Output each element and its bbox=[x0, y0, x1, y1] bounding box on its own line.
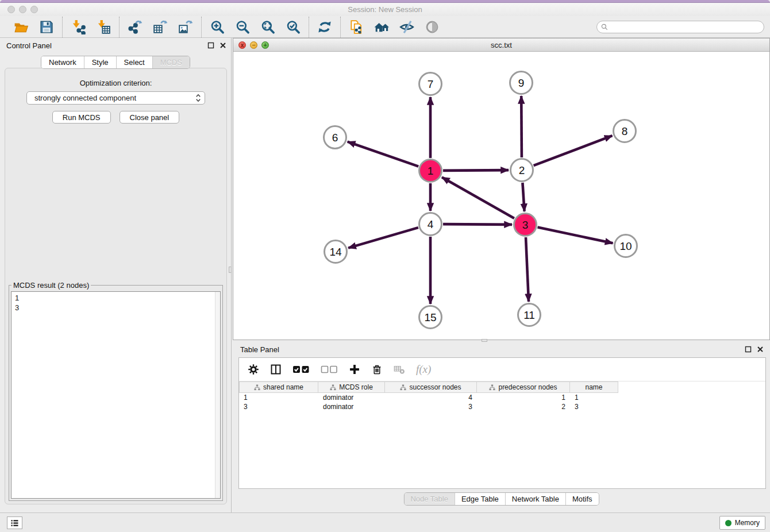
list-icon bbox=[10, 518, 20, 528]
network-window-titlebar[interactable]: x – + scc.txt bbox=[233, 38, 769, 52]
export-table-button[interactable] bbox=[152, 19, 168, 35]
select-all-button[interactable] bbox=[292, 364, 310, 375]
graph-node-6[interactable]: 6 bbox=[323, 125, 347, 149]
eye-disabled-button[interactable] bbox=[424, 19, 440, 35]
column-header-predecessor-nodes[interactable]: predecessor nodes bbox=[477, 381, 570, 393]
open-folder-button[interactable] bbox=[13, 19, 29, 35]
duplicate-network-button[interactable] bbox=[348, 19, 364, 35]
graph-node-15[interactable]: 15 bbox=[418, 305, 442, 329]
graph-node-4[interactable]: 4 bbox=[418, 212, 442, 236]
export-network-button[interactable] bbox=[127, 19, 143, 35]
network-canvas[interactable]: 1234678910111415 bbox=[233, 52, 769, 340]
cell-0-MCDS-role[interactable]: dominator bbox=[318, 393, 385, 402]
import-network-button[interactable] bbox=[70, 19, 86, 35]
save-button[interactable] bbox=[38, 19, 55, 35]
graph-edge-3-10[interactable] bbox=[538, 228, 613, 244]
graph-edge-1-6[interactable] bbox=[348, 142, 419, 167]
cell-1-name[interactable]: 3 bbox=[570, 402, 618, 411]
zoom-selected-button[interactable] bbox=[285, 19, 301, 35]
tab-style[interactable]: Style bbox=[84, 56, 116, 68]
panel-list-button[interactable] bbox=[7, 516, 22, 529]
eye-disabled-icon bbox=[425, 20, 440, 34]
graph-edge-3-1[interactable] bbox=[442, 177, 514, 218]
graph-node-7[interactable]: 7 bbox=[418, 72, 442, 96]
homes-button[interactable] bbox=[374, 19, 390, 35]
graph-node-11[interactable]: 11 bbox=[517, 303, 541, 327]
graph-edge-2-9[interactable] bbox=[521, 96, 522, 157]
column-header-successor-nodes[interactable]: successor nodes bbox=[385, 381, 477, 393]
control-panel-titlebar: Control Panel bbox=[0, 38, 231, 53]
graph-edge-3-11[interactable] bbox=[526, 237, 529, 302]
cell-0-predecessor-nodes[interactable]: 1 bbox=[477, 393, 570, 402]
delete-row-button[interactable] bbox=[371, 364, 383, 375]
zoom-fit-button[interactable] bbox=[260, 19, 276, 35]
control-panel-title: Control Panel bbox=[6, 41, 52, 50]
cell-0-successor-nodes[interactable]: 4 bbox=[385, 393, 477, 402]
table-tab-edge-table[interactable]: Edge Table bbox=[455, 493, 505, 505]
zoom-in-button[interactable] bbox=[209, 19, 225, 35]
control-panel-tabs: NetworkStyleSelectMCDS bbox=[41, 56, 190, 69]
close-panel-button[interactable]: Close panel bbox=[120, 111, 180, 124]
table-panel-close-icon[interactable] bbox=[757, 346, 764, 353]
sort-icon bbox=[400, 384, 406, 391]
export-image-button[interactable] bbox=[178, 19, 194, 35]
vertical-split-handle[interactable] bbox=[229, 267, 232, 273]
tab-mcds[interactable]: MCDS bbox=[152, 56, 190, 68]
refresh-button[interactable] bbox=[317, 19, 333, 35]
graph-edge-4-14[interactable] bbox=[348, 228, 418, 248]
column-header-shared-name[interactable]: shared name bbox=[239, 381, 318, 393]
search-input[interactable] bbox=[596, 21, 764, 33]
export-network-icon bbox=[128, 20, 143, 34]
import-table-button[interactable] bbox=[95, 19, 111, 35]
dropdown-selected-value: strongly connected component bbox=[34, 94, 195, 102]
run-mcds-button[interactable]: Run MCDS bbox=[52, 111, 111, 124]
cell-0-shared-name[interactable]: 1 bbox=[239, 393, 318, 402]
graph-node-1[interactable]: 1 bbox=[418, 159, 442, 183]
node-table: f(x) shared nameMCDS rolesuccessor nodes… bbox=[238, 357, 766, 489]
graph-node-9[interactable]: 9 bbox=[509, 71, 533, 95]
table-panel-title: Table Panel bbox=[240, 345, 279, 354]
tab-select[interactable]: Select bbox=[116, 56, 152, 68]
deselect-all-button[interactable] bbox=[321, 364, 338, 375]
graph-node-3[interactable]: 3 bbox=[513, 213, 537, 237]
control-panel-close-icon[interactable] bbox=[220, 42, 226, 49]
mcds-tab-content: Optimization criterion: strongly connect… bbox=[5, 68, 227, 504]
result-scrollbar[interactable] bbox=[215, 292, 220, 498]
table-row-0[interactable]: 1dominator411 bbox=[239, 393, 765, 402]
optimization-criterion-dropdown[interactable]: strongly connected component bbox=[26, 91, 205, 105]
graph-edge-2-8[interactable] bbox=[534, 136, 613, 165]
export-image-icon bbox=[178, 20, 193, 34]
cell-1-successor-nodes[interactable]: 3 bbox=[385, 402, 477, 411]
cell-0-name[interactable]: 1 bbox=[570, 393, 618, 402]
cell-1-predecessor-nodes[interactable]: 2 bbox=[477, 402, 570, 411]
graph-edge-4-3[interactable] bbox=[443, 224, 512, 225]
graph-edge-1-2[interactable] bbox=[443, 170, 509, 171]
cell-1-shared-name[interactable]: 3 bbox=[239, 402, 318, 411]
zoom-in-icon bbox=[210, 20, 225, 34]
control-panel: Control Panel NetworkStyleSelectMCDS Opt… bbox=[0, 38, 232, 512]
table-tab-network-table[interactable]: Network Table bbox=[505, 493, 565, 505]
table-row-1[interactable]: 3dominator323 bbox=[239, 402, 765, 411]
graph-node-14[interactable]: 14 bbox=[324, 240, 348, 264]
mcds-result-text[interactable]: 1 3 bbox=[11, 291, 221, 499]
zoom-out-button[interactable] bbox=[234, 19, 251, 35]
add-row-button[interactable] bbox=[349, 364, 360, 375]
tab-network[interactable]: Network bbox=[41, 56, 84, 68]
table-tab-motifs[interactable]: Motifs bbox=[565, 493, 599, 505]
table-panel-float-icon[interactable] bbox=[745, 346, 752, 353]
column-header-name[interactable]: name bbox=[570, 381, 618, 393]
graph-node-2[interactable]: 2 bbox=[510, 158, 534, 182]
graph-node-10[interactable]: 10 bbox=[614, 234, 638, 258]
memory-button[interactable]: Memory bbox=[719, 516, 765, 530]
gear-button[interactable] bbox=[248, 364, 259, 375]
delete-table-button bbox=[394, 364, 405, 375]
homes-icon bbox=[374, 20, 389, 34]
columns-button[interactable] bbox=[270, 364, 282, 375]
graph-node-8[interactable]: 8 bbox=[613, 119, 637, 143]
control-panel-float-icon[interactable] bbox=[207, 42, 214, 49]
graph-edge-2-3[interactable] bbox=[522, 183, 524, 211]
hide-eye-button[interactable] bbox=[399, 19, 415, 35]
cell-1-MCDS-role[interactable]: dominator bbox=[318, 402, 385, 411]
table-tab-node-table[interactable]: Node Table bbox=[404, 493, 455, 505]
column-header-MCDS-role[interactable]: MCDS role bbox=[318, 381, 385, 393]
